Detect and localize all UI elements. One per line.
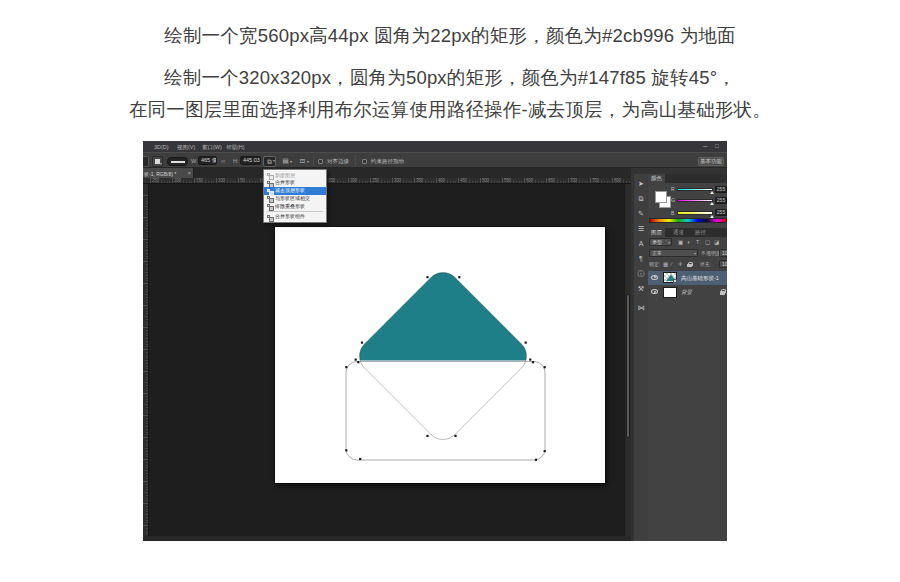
minimize-button[interactable]: ─ <box>703 143 707 149</box>
ruler-minor-tick <box>146 346 148 347</box>
foreground-color-swatch[interactable] <box>655 191 667 203</box>
layer-thumbnail[interactable] <box>663 272 677 283</box>
menu-item-combine-shapes[interactable]: 合并形状 <box>264 179 326 187</box>
dock-icon-styles[interactable]: ☰ <box>634 225 648 233</box>
workspace-switcher-button[interactable]: 基本功能 <box>698 157 724 166</box>
ruler-minor-tick <box>146 319 148 320</box>
ruler-minor-tick <box>587 181 588 183</box>
layer-row-mountain[interactable]: 高山基础形状-1 <box>648 271 727 285</box>
ruler-minor-tick <box>146 489 148 490</box>
tab-paths[interactable]: 路径 <box>692 228 709 237</box>
dock-icon-adjustments[interactable]: ✎ <box>634 210 648 218</box>
visibility-eye-icon[interactable] <box>651 289 658 294</box>
ruler-minor-tick <box>146 478 148 479</box>
ruler-minor-tick <box>579 180 580 183</box>
vertical-scrollbar[interactable] <box>624 184 631 536</box>
tab-layers[interactable]: 图层 <box>648 228 665 237</box>
slider-pointer[interactable] <box>710 202 714 205</box>
layer-row-background[interactable]: 背景 <box>648 285 727 299</box>
path-operations-button[interactable]: ⧉ ▾ <box>263 156 276 167</box>
blend-mode-dropdown[interactable]: 正常 ▾ <box>649 249 698 257</box>
menu-item-merge-shape-components[interactable]: 合并形状组件 <box>264 213 326 221</box>
r-slider[interactable] <box>677 188 713 192</box>
menu-item-intersect-shape-areas[interactable]: 与形状区域相交 <box>264 195 326 203</box>
canvas[interactable] <box>275 227 605 483</box>
color-spectrum-bar[interactable] <box>649 218 727 223</box>
ruler-minor-tick <box>477 181 478 183</box>
filter-type-icon[interactable]: T <box>696 239 699 245</box>
tab-channels[interactable]: 通道 <box>670 228 687 237</box>
ruler-minor-tick <box>146 517 148 518</box>
ruler-minor-tick <box>146 377 148 378</box>
link-wh-icon[interactable]: ∞ <box>221 158 225 164</box>
filter-adjustment-icon[interactable]: ◐ <box>687 239 690 245</box>
ruler-minor-tick <box>615 181 616 183</box>
subtract-front-icon <box>267 189 270 192</box>
lock-all-icon[interactable] <box>687 262 692 266</box>
dock-icon-character[interactable]: A <box>634 240 648 248</box>
ruler-minor-tick <box>626 181 627 183</box>
ruler-minor-tick <box>560 181 561 183</box>
stroke-preview[interactable] <box>167 157 188 166</box>
document-tab-title: 状-1, RGB/8) * <box>144 171 176 177</box>
g-value[interactable]: 255 <box>715 197 727 204</box>
tool-preset-button[interactable]: ▾ <box>152 156 163 167</box>
dock-icon-paragraph[interactable]: ¶ <box>634 255 648 263</box>
close-icon[interactable]: × <box>188 170 191 176</box>
menu-view[interactable]: 视图(V) <box>177 144 195 151</box>
filter-type-dropdown[interactable]: 类型 ▾ <box>649 238 672 246</box>
filter-pixel-icon[interactable]: ▣ <box>678 239 683 245</box>
dock-icon-properties[interactable]: ⧉ <box>634 195 648 203</box>
ruler-minor-tick <box>146 396 148 397</box>
path-alignment-icon: ▤ <box>282 157 288 164</box>
lock-transparency-icon[interactable]: ▦ <box>663 261 668 267</box>
w-value-field[interactable]: 465 像 <box>198 156 217 165</box>
ruler-minor-tick <box>620 181 621 183</box>
b-value[interactable]: 255 <box>715 209 727 216</box>
r-value[interactable]: 255 <box>715 186 727 193</box>
maximize-button[interactable]: □ <box>715 143 719 149</box>
channel-label: R <box>671 186 675 192</box>
slider-pointer[interactable] <box>710 191 714 194</box>
filter-smart-icon[interactable]: ◪ <box>714 239 719 245</box>
g-slider[interactable] <box>677 199 713 203</box>
tab-color[interactable]: 颜色 <box>648 174 665 183</box>
document-tab[interactable]: 状-1, RGB/8) * × <box>143 168 194 178</box>
menu-item-exclude-overlapping[interactable]: 排除重叠形状 <box>264 203 326 211</box>
ruler-minor-tick <box>365 181 366 183</box>
menu-item-new-layer[interactable]: 新建图层 <box>264 172 326 180</box>
path-arrange-button[interactable]: ⊡ ▾ <box>296 156 309 167</box>
path-operations-menu: 新建图层 合并形状 减去顶层形状 与形状区域相交 排除重叠形状 合并形状组件 <box>263 169 327 223</box>
fill-value[interactable]: 100 <box>719 260 727 268</box>
constrain-drag-checkbox[interactable] <box>362 159 367 164</box>
opacity-value[interactable]: 100 <box>719 249 727 257</box>
ruler-minor-tick <box>146 440 148 441</box>
h-value-field[interactable]: 445.03 <box>240 156 261 165</box>
lock-move-icon[interactable]: ✛ <box>678 261 683 267</box>
menu-help[interactable]: 帮助(H) <box>226 144 245 151</box>
scrollbar-thumb[interactable] <box>626 294 630 438</box>
menu-item-subtract-front-shape[interactable]: 减去顶层形状 <box>264 187 326 195</box>
subtract-rect-path-outline <box>346 362 545 461</box>
ruler-minor-tick <box>146 434 148 435</box>
lock-paint-icon[interactable]: ∕ <box>671 261 672 267</box>
layer-thumbnail[interactable] <box>663 287 677 298</box>
ruler-minor-tick <box>146 410 148 411</box>
dock-icon-clone-source[interactable]: ⚒ <box>634 285 648 293</box>
ruler-minor-tick <box>343 181 344 183</box>
dock-icon-path-selection[interactable]: ➤ <box>634 180 648 188</box>
layer-name: 高山基础形状-1 <box>681 275 719 282</box>
visibility-eye-icon[interactable] <box>651 275 658 280</box>
menu-3d[interactable]: 3D(D) <box>154 144 169 150</box>
ruler-minor-tick <box>623 180 624 183</box>
menu-window[interactable]: 窗口(W) <box>202 144 222 151</box>
dock-icon-3d[interactable]: ⋈ <box>634 304 648 312</box>
dock-icon-info[interactable]: ⓘ <box>634 270 648 278</box>
instruction-line-2: 绘制一个320x320px，圆角为50px的矩形，颜色为#147f85 旋转45… <box>0 65 900 90</box>
path-alignment-button[interactable]: ▤ ▾ <box>279 156 292 167</box>
b-slider[interactable] <box>677 211 713 215</box>
align-edges-checkbox[interactable] <box>318 159 323 164</box>
filter-shape-icon[interactable]: ▢ <box>705 239 710 245</box>
ruler-minor-tick <box>439 181 440 183</box>
ruler-minor-tick <box>146 363 148 364</box>
